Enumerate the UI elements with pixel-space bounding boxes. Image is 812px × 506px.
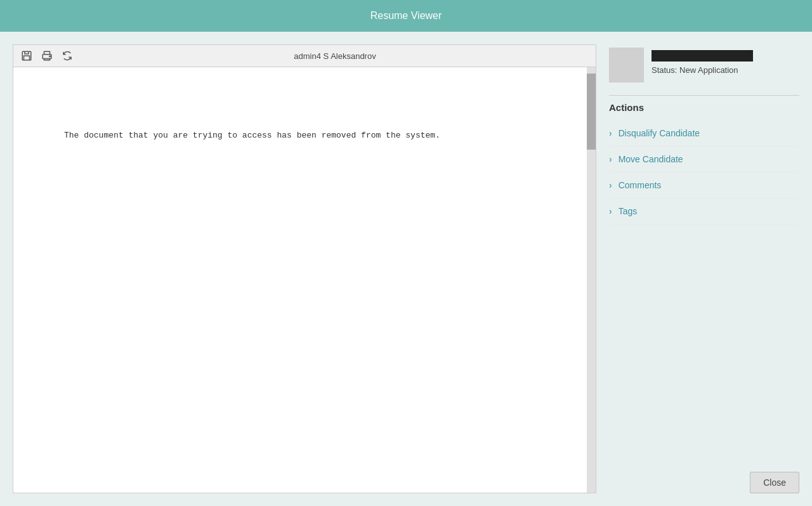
close-button[interactable]: Close [750, 472, 799, 493]
svg-point-2 [49, 56, 51, 57]
header-bar: Resume Viewer [0, 0, 812, 32]
comments-action[interactable]: › Comments [609, 172, 799, 198]
document-toolbar: admin4 S Aleksandrov [13, 45, 596, 67]
document-filename: admin4 S Aleksandrov [81, 51, 589, 61]
chevron-icon: › [609, 128, 612, 138]
header-title: Resume Viewer [370, 10, 442, 22]
chevron-icon: › [609, 154, 612, 164]
document-panel: admin4 S Aleksandrov The document that y… [13, 44, 596, 493]
tags-action[interactable]: › Tags [609, 198, 799, 224]
disqualify-label: Disqualify Candidate [619, 128, 700, 138]
print-icon[interactable] [40, 49, 54, 63]
candidate-status: Status: New Application [652, 65, 753, 75]
refresh-icon[interactable] [60, 49, 74, 63]
candidate-info: Status: New Application [652, 48, 753, 75]
save-icon[interactable] [20, 49, 34, 63]
main-content: admin4 S Aleksandrov The document that y… [0, 32, 812, 506]
right-panel: Status: New Application Actions › Disqua… [609, 44, 799, 493]
candidate-name-bar [652, 50, 753, 62]
actions-section: Actions › Disqualify Candidate › Move Ca… [609, 95, 799, 224]
tags-label: Tags [619, 206, 638, 216]
chevron-icon: › [609, 180, 612, 190]
candidate-card: Status: New Application [609, 44, 799, 82]
footer-area: Close [750, 472, 799, 493]
move-label: Move Candidate [619, 154, 683, 164]
chevron-icon: › [609, 206, 612, 216]
document-scrollbar[interactable] [587, 67, 596, 493]
document-body: The document that you are trying to acce… [13, 67, 596, 493]
candidate-avatar [609, 48, 644, 82]
disqualify-candidate-action[interactable]: › Disqualify Candidate [609, 120, 799, 146]
scroll-thumb[interactable] [587, 74, 596, 150]
document-message: The document that you are trying to acce… [64, 131, 583, 140]
actions-title: Actions [609, 102, 799, 113]
move-candidate-action[interactable]: › Move Candidate [609, 146, 799, 172]
comments-label: Comments [619, 180, 662, 190]
